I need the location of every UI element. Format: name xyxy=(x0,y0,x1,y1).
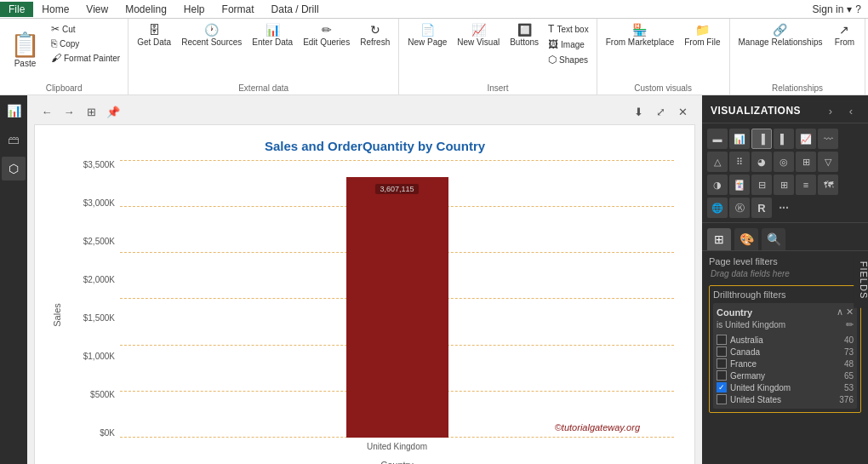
edit-queries-button[interactable]: ✏ Edit Queries xyxy=(300,22,353,49)
page-level-filters-label: Page level filters xyxy=(709,256,861,266)
checkbox-uk[interactable]: ✓ xyxy=(717,382,727,392)
refresh-button[interactable]: ↻ Refresh xyxy=(357,22,393,49)
canvas-toolbar-left: ← → ⊞ 📌 xyxy=(37,102,123,121)
sidebar-model-icon[interactable]: ⬡ xyxy=(2,157,26,180)
filter-chevron-up-icon[interactable]: ∧ xyxy=(837,306,843,318)
menu-file[interactable]: File xyxy=(0,2,33,17)
checkbox-germany[interactable] xyxy=(717,370,727,381)
close-icon[interactable]: ✕ xyxy=(673,102,692,121)
copy-button[interactable]: ⎘ Copy xyxy=(49,37,123,50)
chart-title: Sales and OrderQuantity by Country xyxy=(76,139,674,153)
zoom-fit-button[interactable]: ⊞ xyxy=(82,102,100,121)
checkbox-france[interactable] xyxy=(717,358,727,369)
get-data-icon: 🗄 xyxy=(148,24,160,36)
scatter-chart-icon[interactable]: ⠿ xyxy=(729,152,750,172)
from-marketplace-button[interactable]: 🏪 From Marketplace xyxy=(602,22,678,49)
count-germany: 65 xyxy=(844,371,854,381)
expand-icon[interactable]: ⤢ xyxy=(651,102,670,121)
checkbox-us[interactable] xyxy=(717,394,727,404)
treemap-icon[interactable]: ⊞ xyxy=(796,152,816,172)
map-icon[interactable]: 🗺 xyxy=(818,175,838,195)
format-panel-tab[interactable]: 🎨 xyxy=(734,228,758,250)
count-canada: 73 xyxy=(844,347,854,357)
close-panel-button[interactable]: ‹ xyxy=(842,102,859,119)
cut-button[interactable]: ✂ Cut xyxy=(49,22,123,36)
menu-data-drill[interactable]: Data / Drill xyxy=(263,2,328,17)
matrix-icon[interactable]: ⊞ xyxy=(774,175,794,195)
y-tick-7: $500K xyxy=(90,390,115,399)
back-button[interactable]: ← xyxy=(37,102,56,121)
menu-view[interactable]: View xyxy=(77,2,117,17)
pin-icon[interactable]: 📌 xyxy=(104,102,123,121)
combo-icon[interactable]: 📈 xyxy=(796,129,816,149)
get-data-button[interactable]: 🗄 Get Data xyxy=(134,22,174,49)
country-australia: Australia xyxy=(730,335,763,345)
forward-button[interactable]: → xyxy=(60,102,78,121)
shapes-button[interactable]: ⬡ Shapes xyxy=(545,53,591,66)
country-canada: Canada xyxy=(730,347,760,357)
y-axis-label: Sales xyxy=(52,303,62,327)
bar-chart-icon[interactable]: 📊 xyxy=(729,129,750,149)
fields-tab[interactable]: FIELDS xyxy=(854,252,868,307)
recent-sources-button[interactable]: 🕐 Recent Sources xyxy=(178,22,245,49)
ribbon-group-relationships: 🔗 Manage Relationships ↗ From Relationsh… xyxy=(730,19,866,95)
menu-home[interactable]: Home xyxy=(33,2,77,17)
pie-chart-icon[interactable]: ◕ xyxy=(751,152,772,172)
bar-united-kingdom[interactable]: 3,607,115 xyxy=(346,177,448,438)
new-page-button[interactable]: 📄 New Page xyxy=(404,22,450,49)
expand-panel-button[interactable]: › xyxy=(822,102,839,119)
country-germany: Germany xyxy=(730,371,765,381)
enter-data-button[interactable]: 📊 Enter Data xyxy=(248,22,296,49)
recent-sources-icon: 🕐 xyxy=(204,24,219,36)
ribbon-group-clipboard: 📋 Paste ✂ Cut ⎘ Copy 🖌 Format Painter Cl… xyxy=(0,19,128,95)
new-visual-button[interactable]: 📈 New Visual xyxy=(454,22,503,49)
filled-map-icon[interactable]: 🌐 xyxy=(707,198,728,218)
y-tick-2: $3,000K xyxy=(83,198,115,208)
filter-card-title: Country xyxy=(717,307,752,318)
stacked-col-icon[interactable]: ▌ xyxy=(774,129,794,149)
paste-button[interactable]: 📋 Paste xyxy=(5,22,45,80)
area-chart-icon[interactable]: △ xyxy=(707,152,728,172)
from-button[interactable]: ↗ From xyxy=(829,22,859,49)
count-us: 376 xyxy=(839,395,854,404)
download-icon[interactable]: ⬇ xyxy=(629,102,648,121)
format-painter-icon: 🖌 xyxy=(51,52,61,64)
r-visual-icon[interactable]: R xyxy=(751,198,772,218)
card-icon[interactable]: 🃏 xyxy=(729,175,750,195)
format-painter-button[interactable]: 🖌 Format Painter xyxy=(49,51,123,65)
sidebar-report-icon[interactable]: 📊 xyxy=(2,99,26,123)
image-button[interactable]: 🖼 Image xyxy=(545,37,591,51)
column-chart-icon[interactable]: ▐ xyxy=(751,129,772,149)
from-file-button[interactable]: 📁 From File xyxy=(681,22,723,49)
viz-icons-row-3: ◑ 🃏 ⊟ ⊞ ≡ 🗺 xyxy=(707,175,863,195)
sign-in[interactable]: Sign in ▾ ? xyxy=(813,3,868,15)
filter-edit-icon[interactable]: ✏ xyxy=(846,319,854,330)
donut-chart-icon[interactable]: ◎ xyxy=(774,152,794,172)
copy-icon: ⎘ xyxy=(51,37,57,49)
checkbox-australia[interactable] xyxy=(717,335,727,345)
viz-icons-section: ▬ 📊 ▐ ▌ 📈 〰 △ ⠿ ◕ ◎ ⊞ ▽ ◑ 🃏 ⊟ ⊞ ≡ xyxy=(702,123,868,223)
more-visuals-button[interactable]: ··· xyxy=(774,198,794,218)
manage-relationships-button[interactable]: 🔗 Manage Relationships xyxy=(735,22,826,49)
panel-header: VISUALIZATIONS › ‹ xyxy=(702,95,868,123)
filter-clear-icon[interactable]: ✕ xyxy=(846,306,854,318)
menu-help[interactable]: Help xyxy=(175,2,214,17)
stacked-bar-chart-icon[interactable]: ▬ xyxy=(707,129,728,149)
menu-format[interactable]: Format xyxy=(214,2,263,17)
table-icon[interactable]: ⊟ xyxy=(751,175,772,195)
kpi-icon[interactable]: Ⓚ xyxy=(729,198,750,218)
line-chart-icon[interactable]: 〰 xyxy=(818,129,838,149)
drillthrough-label: Drillthrough filters xyxy=(713,289,857,300)
text-box-icon: T xyxy=(548,23,554,35)
analytics-panel-tab[interactable]: 🔍 xyxy=(762,228,785,250)
slicer-icon[interactable]: ≡ xyxy=(796,175,816,195)
sidebar-data-icon[interactable]: 🗃 xyxy=(2,128,26,152)
buttons-button[interactable]: 🔲 Buttons xyxy=(506,22,542,49)
fields-panel-tab[interactable]: ⊞ xyxy=(707,228,731,250)
menu-modeling[interactable]: Modeling xyxy=(117,2,175,17)
funnel-icon[interactable]: ▽ xyxy=(818,152,838,172)
help-icon[interactable]: ? xyxy=(855,3,861,15)
gauge-icon[interactable]: ◑ xyxy=(707,175,728,195)
text-box-button[interactable]: T Text box xyxy=(545,22,591,36)
checkbox-canada[interactable] xyxy=(717,347,727,357)
